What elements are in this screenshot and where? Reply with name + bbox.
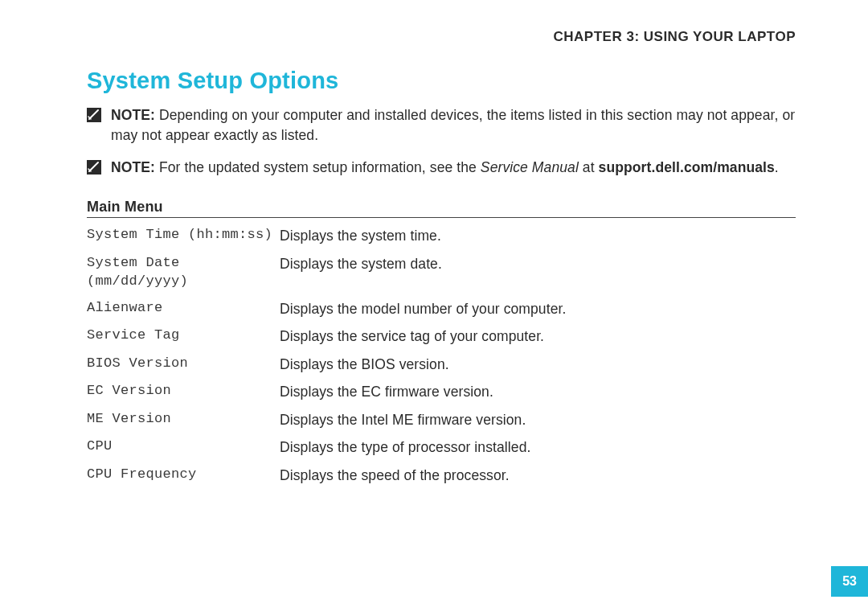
- note-block-2: NOTE: For the updated system setup infor…: [87, 158, 796, 178]
- note-label: NOTE:: [111, 107, 155, 123]
- table-row: CPU Frequency Displays the speed of the …: [87, 466, 796, 486]
- row-value: Displays the service tag of your compute…: [280, 326, 796, 347]
- note-italic: Service Manual: [481, 159, 579, 175]
- row-value: Displays the type of processor installed…: [280, 437, 796, 458]
- table-row: ME Version Displays the Intel ME firmwar…: [87, 410, 796, 430]
- page-number: 53: [831, 566, 868, 597]
- row-value: Displays the BIOS version.: [280, 355, 796, 375]
- table-row: Alienware Displays the model number of y…: [87, 299, 796, 319]
- row-value: Displays the Intel ME firmware version.: [280, 410, 796, 430]
- chapter-header: CHAPTER 3: USING YOUR LAPTOP: [87, 29, 796, 45]
- row-key: System Date (mm/dd/yyyy): [87, 254, 280, 291]
- table-row: EC Version Displays the EC firmware vers…: [87, 382, 796, 402]
- note-text: NOTE: For the updated system setup infor…: [111, 158, 779, 178]
- row-value: Displays the system time.: [280, 226, 796, 246]
- note-block-1: NOTE: Depending on your computer and ins…: [87, 105, 796, 146]
- table-row: Service Tag Displays the service tag of …: [87, 326, 796, 347]
- note-body: For the updated system setup information…: [155, 159, 481, 175]
- note-body: Depending on your computer and installed…: [111, 107, 795, 143]
- subsection-title: Main Menu: [87, 199, 796, 216]
- note-icon: [87, 160, 101, 175]
- table-row: System Date (mm/dd/yyyy) Displays the sy…: [87, 254, 796, 291]
- row-key: CPU Frequency: [87, 466, 280, 486]
- note-icon: [87, 108, 101, 122]
- row-key: ME Version: [87, 410, 280, 430]
- divider: [87, 217, 796, 218]
- row-key: Service Tag: [87, 326, 280, 347]
- note-label: NOTE:: [111, 159, 155, 175]
- row-value: Displays the speed of the processor.: [280, 466, 796, 486]
- row-key: Alienware: [87, 299, 280, 319]
- row-key: CPU: [87, 437, 280, 458]
- row-key: EC Version: [87, 382, 280, 402]
- row-value: Displays the system date.: [280, 254, 796, 291]
- row-key: System Time (hh:mm:ss): [87, 226, 280, 246]
- main-menu-table: System Time (hh:mm:ss) Displays the syst…: [87, 226, 796, 485]
- table-row: BIOS Version Displays the BIOS version.: [87, 355, 796, 375]
- note-bold-tail: support.dell.com/manuals: [599, 159, 775, 175]
- row-value: Displays the model number of your comput…: [280, 299, 796, 319]
- table-row: System Time (hh:mm:ss) Displays the syst…: [87, 226, 796, 246]
- row-key: BIOS Version: [87, 355, 280, 375]
- note-text: NOTE: Depending on your computer and ins…: [111, 105, 796, 146]
- table-row: CPU Displays the type of processor insta…: [87, 437, 796, 458]
- section-title: System Setup Options: [87, 68, 796, 94]
- note-period: .: [775, 159, 779, 175]
- row-value: Displays the EC firmware version.: [280, 382, 796, 402]
- note-tail: at: [579, 159, 599, 175]
